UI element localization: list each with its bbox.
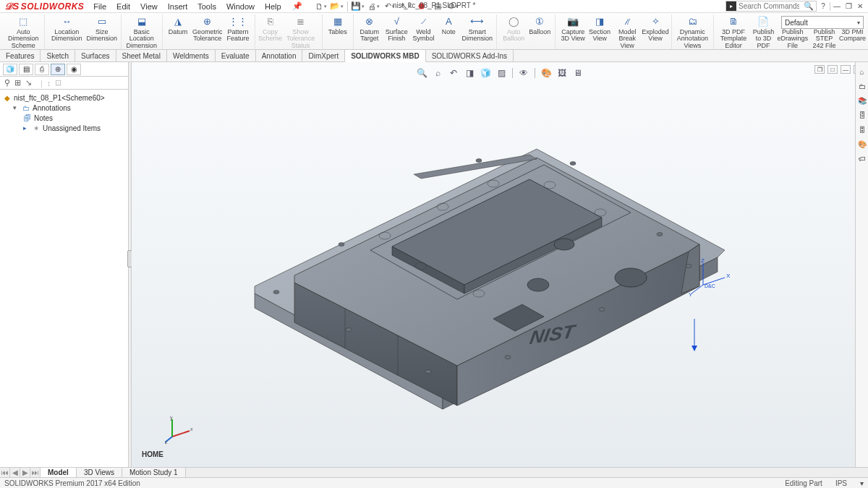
tab-scroll-last-icon[interactable]: ⏭ (30, 468, 41, 477)
fm-tab-feature-tree[interactable]: 🧊 (3, 64, 17, 75)
note-button[interactable]: ANote (436, 14, 461, 43)
tree-notes[interactable]: 🗐 Notes (3, 113, 125, 123)
taskpane-custom-props-icon[interactable]: 🏷 (857, 153, 867, 163)
tab-scroll-next-icon[interactable]: ▶ (20, 468, 30, 477)
taskpane-view-palette-icon[interactable]: 🎛 (857, 124, 867, 134)
zoom-fit-button[interactable]: 🔍 (415, 67, 428, 80)
tree-root[interactable]: ◆ nist_ftc_08_P1<Scheme60> (3, 93, 125, 103)
tab-weldments[interactable]: Weldments (167, 50, 216, 61)
menu-edit[interactable]: Edit (111, 1, 135, 12)
smart-dimension-button[interactable]: ⟷Smart Dimension (461, 14, 493, 43)
tab-scroll-first-icon[interactable]: ⏮ (0, 468, 10, 477)
tab-annotation[interactable]: Annotation (256, 50, 303, 61)
print-button[interactable]: 🖨 (367, 1, 381, 12)
tab-dimxpert[interactable]: DimXpert (302, 50, 345, 61)
previous-view-button[interactable]: ↶ (447, 67, 460, 80)
tab-solidworks-mbd[interactable]: SOLIDWORKS MBD (345, 50, 425, 62)
search-icon[interactable]: 🔍 (801, 1, 816, 11)
surface-finish-button[interactable]: √Surface Finish (383, 14, 410, 43)
location-dimension-button[interactable]: ↔Location Dimension (48, 14, 86, 43)
datum-button[interactable]: ◮Datum (166, 14, 190, 43)
section-view-button[interactable]: ◨Section View (587, 14, 612, 50)
menu-insert[interactable]: Insert (163, 1, 193, 12)
collapse-icon[interactable]: ▾ (13, 104, 20, 111)
help-button[interactable]: ? (818, 1, 828, 12)
part-model[interactable]: NIST (226, 120, 746, 431)
pattern-feature-button[interactable]: ⋮⋮Pattern Feature (224, 14, 251, 43)
tab-evaluate[interactable]: Evaluate (216, 50, 256, 61)
fm-tool-2-icon[interactable]: ⊞ (14, 78, 21, 87)
doc-tab-motion-study[interactable]: Motion Study 1 (122, 468, 186, 477)
tables-button[interactable]: ▦Tables (326, 14, 350, 36)
fm-tab-display-manager[interactable]: ◉ (67, 64, 81, 75)
taskpane-explorer-icon[interactable]: 🗄 (857, 110, 867, 120)
tab-scroll-prev-icon[interactable]: ◀ (10, 468, 20, 477)
new-doc-button[interactable]: 🗋 (314, 1, 328, 12)
taskpane-appearances-icon[interactable]: 🎨 (857, 139, 867, 149)
tab-solidworks-addins[interactable]: SOLIDWORKS Add-Ins (426, 50, 514, 61)
tree-annotations[interactable]: ▾ 🗀 Annotations (3, 103, 125, 113)
search-input[interactable] (736, 2, 801, 10)
fm-tool-5-icon[interactable]: ⊡ (55, 78, 61, 87)
save-button[interactable]: 💾 (351, 1, 365, 12)
basic-location-dimension-button[interactable]: ⬓Basic Location Dimension (124, 14, 160, 50)
edit-appearance-button[interactable]: 🎨 (540, 67, 553, 80)
taskpane-resources-icon[interactable]: 🗀 (857, 81, 867, 91)
configuration-dropdown[interactable]: Default (781, 16, 864, 29)
minimize-button[interactable]: — (832, 1, 842, 12)
dynamic-annotation-views-button[interactable]: 🗂Dynamic Annotation Views (675, 14, 710, 50)
model-break-view-button[interactable]: ⫽Model Break View (612, 14, 642, 50)
apply-scene-button[interactable]: 🖼 (556, 67, 569, 80)
tab-surfaces[interactable]: Surfaces (75, 50, 116, 61)
fm-tool-3-icon[interactable]: ↘ (25, 78, 32, 87)
tree-unassigned-items[interactable]: ▸ ✶ Unassigned Items (3, 123, 125, 133)
geometric-tolerance-button[interactable]: ⊕Geometric Tolerance (190, 14, 224, 43)
tab-features[interactable]: Features (0, 50, 41, 61)
pin-icon[interactable]: 📌 (286, 1, 308, 11)
graphics-viewport[interactable]: 🔍 ⌕ ↶ ◨ 🧊 ▨ 👁 🎨 🖼 🖥 ❐ □ — ✕ ↖ (132, 62, 868, 477)
taskpane-library-icon[interactable]: 📚 (857, 95, 867, 106)
publish-3d-pdf-button[interactable]: 📄Publish to 3D PDF (750, 14, 777, 50)
tab-sketch[interactable]: Sketch (41, 50, 75, 61)
fm-tab-property-manager[interactable]: ▤ (19, 64, 33, 75)
fm-tool-4-icon[interactable]: ↕ (47, 79, 51, 87)
status-extra-icon[interactable]: ▾ (860, 479, 864, 487)
auto-dimension-scheme-button[interactable]: ⬚Auto Dimension Scheme (6, 14, 41, 50)
display-style-button[interactable]: ▨ (495, 67, 508, 80)
mdi-restore-icon[interactable]: ❐ (814, 65, 825, 74)
capture-3d-view-button[interactable]: 📷Capture 3D View (558, 14, 587, 50)
expand-icon[interactable]: ▸ (23, 124, 30, 132)
hide-show-button[interactable]: 👁 (517, 67, 530, 80)
doc-tab-3d-views[interactable]: 3D Views (77, 468, 122, 477)
search-mode-icon[interactable]: ▸ (726, 1, 736, 11)
weld-symbol-button[interactable]: ⟋Weld Symbol (410, 14, 436, 43)
fm-tab-dimxpert-manager[interactable]: ⊕ (51, 64, 65, 75)
close-button[interactable]: ✕ (855, 1, 865, 12)
open-doc-button[interactable]: 📂 (330, 1, 344, 12)
taskpane-home-icon[interactable]: ⌂ (857, 67, 867, 77)
view-settings-button[interactable]: 🖥 (571, 67, 584, 80)
mdi-min-icon[interactable]: — (841, 65, 851, 74)
restore-button[interactable]: ❐ (843, 1, 854, 12)
balloon-button[interactable]: ①Balloon (527, 14, 552, 43)
section-view-hud-button[interactable]: ◨ (463, 67, 476, 80)
datum-target-button[interactable]: ⊗Datum Target (357, 14, 383, 43)
menu-view[interactable]: View (135, 1, 163, 12)
menu-tools[interactable]: Tools (192, 1, 221, 12)
zoom-area-button[interactable]: ⌕ (431, 67, 444, 80)
menu-window[interactable]: Window (221, 1, 260, 12)
status-units[interactable]: IPS (835, 479, 847, 487)
svg-marker-41 (692, 346, 697, 351)
doc-tab-model[interactable]: Model (41, 468, 77, 477)
menu-help[interactable]: Help (260, 1, 286, 12)
size-dimension-button[interactable]: ▭Size Dimension (86, 14, 118, 43)
exploded-view-button[interactable]: ✧Exploded View (642, 14, 668, 50)
3d-pdf-template-editor-button[interactable]: 🗎3D PDF Template Editor (717, 14, 750, 50)
view-orientation-button[interactable]: 🧊 (479, 67, 492, 80)
search-commands[interactable]: ▸ 🔍 (726, 1, 817, 12)
fm-tab-configuration-manager[interactable]: ⎙ (35, 64, 49, 75)
fm-tool-1-icon[interactable]: ⚲ (4, 78, 10, 87)
mdi-max-icon[interactable]: □ (827, 65, 838, 74)
tab-sheet-metal[interactable]: Sheet Metal (116, 50, 167, 61)
menu-file[interactable]: File (88, 1, 111, 12)
